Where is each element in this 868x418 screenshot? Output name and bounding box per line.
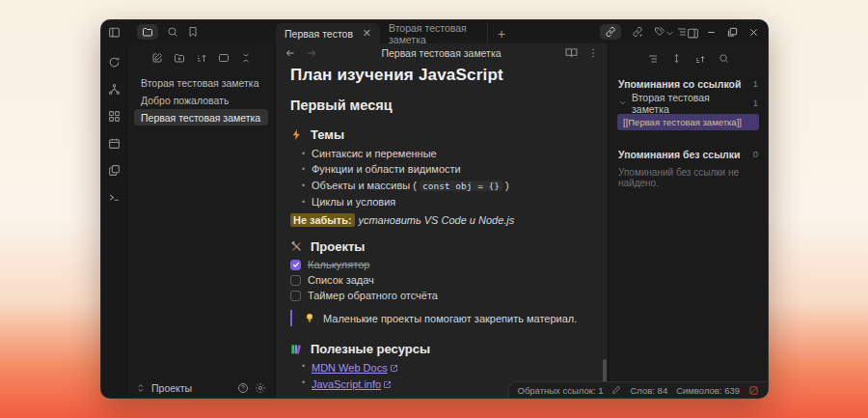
backlinks-panel: Упоминания со ссылкой 1 Вторая тестовая … — [608, 43, 768, 399]
file-item-selected[interactable]: Первая тестовая заметка — [134, 109, 268, 125]
note-content: План изучения JavaScript Первый месяц Те… — [276, 62, 608, 399]
editor-pane: Первая тестовая заметка План изучения Ja… — [276, 43, 608, 399]
restore-button[interactable] — [727, 27, 738, 38]
new-folder-icon[interactable] — [174, 52, 185, 64]
change-layout-icon[interactable] — [218, 52, 230, 64]
resources-heading: Полезные ресурсы — [290, 342, 594, 356]
reading-mode-icon[interactable] — [565, 46, 578, 59]
terminal-icon[interactable] — [108, 191, 121, 204]
task-label: Список задач — [308, 274, 374, 286]
topic-item: Синтаксис и переменные — [302, 146, 594, 161]
vault-chevrons-icon — [136, 383, 146, 393]
tab-active-label: Первая тестовая заметка — [285, 28, 353, 40]
templates-icon[interactable] — [108, 164, 121, 177]
unlinked-mentions-label: Упоминания без ссылки — [618, 149, 740, 160]
vault-switcher[interactable]: Проекты — [127, 376, 275, 399]
backlink-group-count: 1 — [753, 98, 758, 108]
projects-heading: Проекты — [290, 239, 594, 254]
tab-inactive[interactable]: Вторая тестовая заметка — [380, 23, 488, 43]
file-explorer: Вторая тестовая заметка Добро пожаловать… — [127, 43, 276, 399]
new-tab-button[interactable]: + — [488, 23, 515, 43]
quote-text: Маленькие проекты помогают закрепить мат… — [323, 313, 577, 324]
bookmarks-tab-icon[interactable] — [187, 26, 199, 38]
files-tab-icon[interactable] — [137, 24, 158, 40]
sort-order-icon[interactable] — [196, 52, 207, 64]
inline-code: const obj = {} — [420, 181, 502, 191]
projects-heading-label: Проекты — [311, 239, 365, 254]
show-context-icon[interactable] — [671, 53, 682, 64]
linked-mentions-header[interactable]: Упоминания со ссылкой 1 — [609, 75, 768, 92]
edit-mode-icon[interactable] — [611, 385, 621, 395]
sync-error-icon[interactable] — [748, 385, 759, 396]
sort-results-icon[interactable] — [694, 53, 706, 65]
lightning-icon — [290, 128, 303, 141]
sync-icon[interactable] — [108, 56, 121, 69]
file-label: Добро пожаловать — [141, 95, 229, 106]
backlink-match[interactable]: [[Первая тестовая заметка]] — [617, 114, 759, 130]
more-options-icon[interactable] — [587, 47, 599, 59]
external-link-icon — [389, 398, 397, 399]
view-header: Первая тестовая заметка — [276, 43, 608, 62]
char-count-status: Символов: 639 — [676, 385, 740, 396]
file-label: Первая тестовая заметка — [141, 112, 260, 124]
topic-item: Циклы и условия — [302, 194, 594, 209]
app-window: Первая тестовая заметка ✕ Вторая тестова… — [100, 19, 769, 399]
outgoing-links-icon[interactable] — [632, 26, 643, 38]
daily-note-icon[interactable] — [108, 137, 121, 150]
backlink-group-row[interactable]: Вторая тестовая заметка 1 — [609, 95, 768, 111]
file-item[interactable]: Вторая тестовая заметка — [134, 74, 268, 91]
tab-close-icon[interactable]: ✕ — [363, 28, 371, 39]
nav-forward-icon[interactable] — [306, 47, 317, 59]
external-link[interactable]: JavaScript.info — [312, 378, 381, 390]
outline-icon[interactable] — [676, 26, 688, 38]
reminder-line: Не забыть:установить VS Code и Node.js — [290, 214, 594, 226]
topics-heading-label: Темы — [311, 127, 344, 142]
file-item[interactable]: Добро пожаловать — [134, 92, 268, 108]
resource-item: MDN Web Docs — [302, 359, 594, 376]
books-icon — [290, 343, 303, 355]
settings-gear-icon[interactable] — [255, 382, 266, 394]
task-item-checked: Калькулятор — [290, 257, 594, 272]
graph-icon[interactable] — [108, 83, 121, 96]
vault-name: Проекты — [151, 382, 192, 394]
unlinked-empty-text: Упоминаний без ссылки не найдено. — [609, 162, 768, 188]
external-link-icon — [383, 380, 392, 389]
topics-heading: Темы — [290, 127, 594, 142]
tab-active[interactable]: Первая тестовая заметка ✕ — [276, 23, 380, 43]
search-results-icon[interactable] — [719, 53, 729, 64]
note-h2: Первый месяц — [290, 98, 594, 113]
ribbon — [101, 43, 127, 399]
nav-back-icon[interactable] — [285, 47, 296, 59]
topic-item: Объекты и массивы ( const obj = {} ) — [302, 178, 594, 194]
resources-heading-label: Полезные ресурсы — [311, 342, 430, 356]
unlinked-mentions-header[interactable]: Упоминания без ссылки 0 — [609, 146, 768, 162]
help-icon[interactable] — [237, 382, 249, 394]
close-button[interactable] — [748, 27, 759, 38]
collapse-results-icon[interactable] — [647, 53, 659, 65]
unlinked-mentions-count: 0 — [753, 149, 758, 159]
file-label: Вторая тестовая заметка — [141, 77, 259, 89]
checkbox-unchecked[interactable] — [290, 291, 301, 301]
left-sidebar-toggle-icon[interactable] — [108, 26, 121, 39]
topics-list: Синтаксис и переменные Функции и области… — [290, 146, 594, 209]
checkbox-unchecked[interactable] — [290, 275, 301, 286]
collapse-all-icon[interactable] — [240, 52, 252, 64]
backlinks-pane-icon[interactable] — [600, 24, 621, 40]
topic-item: Функции и области видимости — [302, 161, 594, 177]
status-bar: Обратных ссылок: 1 Слов: 84 Символов: 63… — [508, 381, 769, 398]
reminder-italic: установить VS Code и Node.js — [359, 214, 515, 226]
external-link[interactable]: MDN Web Docs — [312, 362, 388, 374]
external-link[interactable]: FreeCodeCamp — [312, 396, 387, 399]
bulb-icon — [304, 312, 315, 324]
note-title: Первая тестовая заметка — [327, 47, 556, 59]
search-tab-icon[interactable] — [167, 26, 178, 38]
new-note-icon[interactable] — [151, 52, 163, 64]
task-label: Таймер обратного отсчёта — [308, 290, 438, 301]
minimize-button[interactable] — [706, 27, 717, 38]
checkbox-checked[interactable] — [290, 260, 301, 270]
tags-icon[interactable] — [654, 26, 665, 38]
canvas-icon[interactable] — [108, 110, 121, 123]
tools-icon — [290, 240, 303, 253]
titlebar: Первая тестовая заметка ✕ Вторая тестова… — [101, 20, 768, 43]
note-h1: План изучения JavaScript — [290, 66, 594, 85]
